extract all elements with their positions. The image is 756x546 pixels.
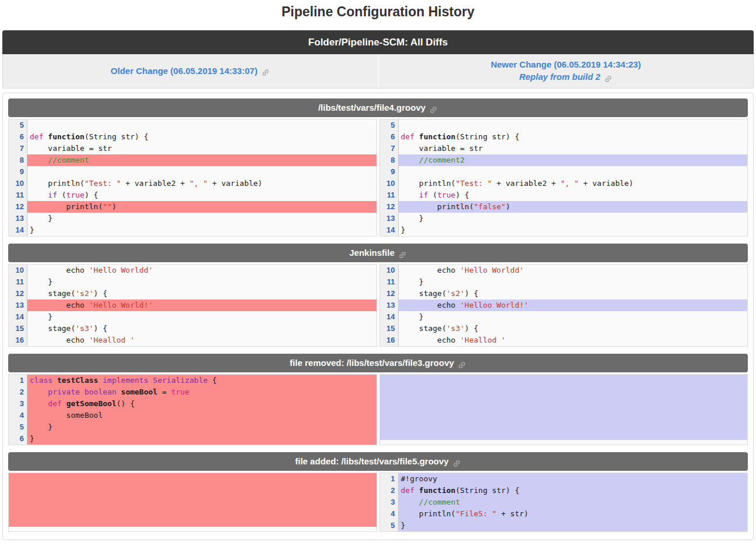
line-number: 13 [9,300,27,311]
page-title: Pipeline Configuration History [2,0,754,16]
line-number: 10 [380,265,399,276]
code-line: 3 //comment [380,496,748,508]
line-number: 10 [380,178,399,189]
code-text: } [27,276,377,288]
code-line: 8 //comment [9,154,377,166]
code-text: //comment [399,496,748,508]
line-number: 15 [9,323,27,334]
code-text: //comment [27,154,377,166]
file-header: /libs/test/vars/file4.groovy [8,98,748,117]
file-header: Jenkinsfile [8,244,748,262]
diff-section: file added: /libs/test/vars/file5.groovy… [8,452,748,532]
code-text: } [399,224,748,236]
code-line: 11 if (true) { [9,189,377,201]
replay-link[interactable]: Replay from build 2 [519,71,613,84]
diff-section: /libs/test/vars/file4.groovy56def functi… [8,98,748,237]
added-filler [380,375,748,440]
code-line: 14 } [380,311,748,323]
diff-sections: /libs/test/vars/file4.groovy56def functi… [2,93,754,540]
code-line: 6def function(String str) { [9,131,377,143]
link-icon[interactable] [604,72,613,84]
code-text: def function(String str) { [399,131,748,143]
diff-section: file removed: /libs/test/vars/file3.groo… [8,354,748,445]
older-change-cell: Older Change (06.05.2019 14:33:07) [3,54,378,88]
line-number: 7 [380,143,399,154]
older-change-link[interactable]: Older Change (06.05.2019 14:33:07) [111,65,270,78]
code-line: 16 echo 'Heallod ' [9,334,377,346]
code-text: stage('s3') { [27,323,377,334]
code-line: 6def function(String str) { [380,131,748,143]
code-text: private boolean someBool = true [27,386,377,398]
code-line: 2def function(String str) { [380,485,748,496]
newer-change-label: Newer Change (06.05.2019 14:34:23) [491,58,641,71]
code-text: variable = str [399,143,748,154]
line-number: 4 [9,410,27,421]
code-text: echo 'Heallod ' [27,334,377,346]
link-icon[interactable] [261,66,270,78]
code-line: 1#!groovy [380,473,748,485]
line-number: 16 [9,334,27,346]
line-number: 16 [380,334,399,346]
file-header-label: file removed: /libs/test/vars/file3.groo… [290,358,454,368]
file-header-label: /libs/test/vars/file4.groovy [318,103,426,112]
line-number: 6 [9,433,27,445]
code-text: println("Test: " + variable2 + ", " + va… [27,178,377,189]
code-text: def function(String str) { [399,485,748,496]
newer-change-cell: Newer Change (06.05.2019 14:34:23) Repla… [378,54,754,88]
code-text: } [27,213,377,224]
line-number: 13 [380,300,399,311]
code-line: 5 } [9,421,377,433]
code-line: 4 println("File5: " + str) [380,508,748,520]
code-text: println("false") [399,201,748,213]
code-text: if (true) { [27,189,377,201]
code-line: 9 [9,166,377,178]
code-line: 14} [9,224,377,236]
diff-panel-left: 10 echo 'Hello Worldd'11 }12 stage('s2')… [8,264,377,347]
code-text: println("File5: " + str) [399,508,748,520]
code-line: 15 stage('s3') { [380,323,748,334]
code-line: 5 [380,119,748,131]
code-text: } [399,311,748,323]
line-number: 6 [380,131,399,143]
code-text [27,166,377,178]
link-icon[interactable] [429,100,438,118]
code-line: 5 [9,119,377,131]
code-text [399,119,748,131]
link-icon[interactable] [458,355,466,374]
line-number: 6 [9,131,27,143]
code-line: 10 echo 'Hello Worldd' [9,265,377,276]
code-line: 10 println("Test: " + variable2 + ", " +… [9,178,377,189]
link-icon[interactable] [452,453,461,472]
code-text: } [27,433,377,445]
code-line: 10 println("Test: " + variable2 + ", " +… [380,178,748,189]
code-line: 10 echo 'Hello Worldd' [380,265,748,276]
line-number: 12 [9,288,27,300]
code-line: 13 } [9,213,377,224]
code-line: 12 stage('s2') { [9,288,377,300]
code-line: 6} [9,433,377,445]
code-text: println("Test: " + variable2 + ", " + va… [399,178,748,189]
line-number: 9 [380,166,399,178]
link-icon[interactable] [398,245,407,263]
code-text: } [27,421,377,433]
code-text: variable = str [27,143,377,154]
code-text: } [399,213,748,224]
code-line: 13 } [380,213,748,224]
code-line: 16 echo 'Heallod ' [380,334,748,346]
line-number: 5 [9,421,27,433]
line-number: 14 [380,224,399,236]
file-header-label: Jenkinsfile [349,248,395,258]
diff-panel-left: 1class testClass implements Serializable… [8,374,377,445]
line-number: 8 [9,154,27,166]
code-text: if (true) { [399,189,748,201]
line-number: 2 [380,485,399,496]
code-text: class testClass implements Serializable … [27,375,377,386]
line-number: 1 [380,473,399,485]
code-text: stage('s2') { [399,288,748,300]
code-line: 12 println("") [9,201,377,213]
diff-section: Jenkinsfile10 echo 'Hello Worldd'11 }12 … [8,244,748,347]
diff-table: 1class testClass implements Serializable… [8,374,748,445]
older-change-label: Older Change (06.05.2019 14:33:07) [111,66,258,76]
code-line: 13 echo 'Helloo World!' [380,300,748,311]
code-line: 14 } [9,311,377,323]
